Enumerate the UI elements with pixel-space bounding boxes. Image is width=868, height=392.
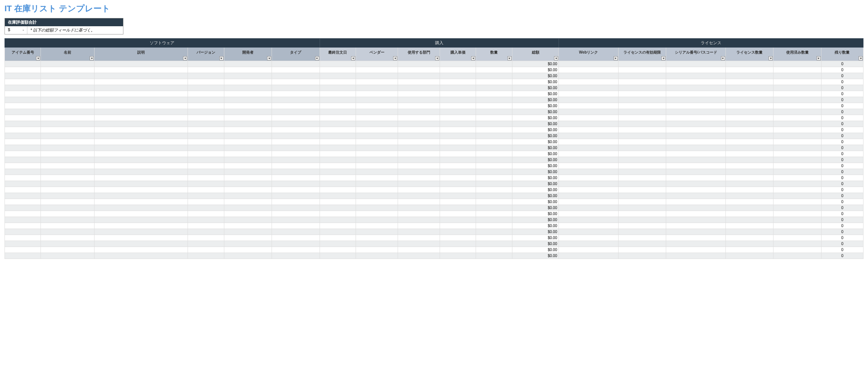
table-cell[interactable] <box>476 145 512 151</box>
table-cell[interactable] <box>666 151 726 157</box>
table-row[interactable]: $0.000 <box>5 241 863 247</box>
table-cell[interactable] <box>725 223 773 229</box>
table-cell[interactable]: $0.00 <box>512 157 559 163</box>
table-cell[interactable] <box>666 247 726 253</box>
table-cell[interactable] <box>398 151 440 157</box>
table-cell[interactable] <box>725 175 773 181</box>
table-cell[interactable] <box>95 103 188 109</box>
table-cell[interactable] <box>356 241 398 247</box>
table-cell[interactable] <box>440 193 476 199</box>
table-cell[interactable] <box>188 175 224 181</box>
table-cell[interactable] <box>5 61 41 67</box>
table-cell[interactable] <box>95 91 188 97</box>
table-cell[interactable] <box>725 163 773 169</box>
table-cell[interactable] <box>41 103 95 109</box>
table-cell[interactable] <box>773 133 821 139</box>
table-cell[interactable] <box>773 97 821 103</box>
table-cell[interactable] <box>773 175 821 181</box>
table-cell[interactable] <box>5 73 41 79</box>
table-cell[interactable] <box>95 241 188 247</box>
table-cell[interactable]: 0 <box>821 229 863 235</box>
table-cell[interactable] <box>398 247 440 253</box>
table-cell[interactable] <box>272 115 320 121</box>
table-cell[interactable]: $0.00 <box>512 217 559 223</box>
table-cell[interactable] <box>559 241 619 247</box>
table-cell[interactable] <box>41 157 95 163</box>
table-cell[interactable] <box>440 91 476 97</box>
table-row[interactable]: $0.000 <box>5 247 863 253</box>
table-cell[interactable] <box>5 211 41 217</box>
table-cell[interactable]: $0.00 <box>512 127 559 133</box>
table-cell[interactable] <box>440 253 476 259</box>
table-cell[interactable] <box>356 109 398 115</box>
table-cell[interactable] <box>356 205 398 211</box>
table-cell[interactable] <box>41 169 95 175</box>
table-cell[interactable] <box>320 205 356 211</box>
table-cell[interactable] <box>398 157 440 163</box>
table-cell[interactable] <box>666 217 726 223</box>
table-cell[interactable] <box>476 229 512 235</box>
table-cell[interactable] <box>440 217 476 223</box>
table-cell[interactable] <box>618 145 666 151</box>
table-cell[interactable] <box>618 163 666 169</box>
table-cell[interactable] <box>41 79 95 85</box>
table-row[interactable]: $0.000 <box>5 175 863 181</box>
table-cell[interactable] <box>773 169 821 175</box>
table-cell[interactable] <box>476 205 512 211</box>
table-cell[interactable] <box>95 199 188 205</box>
table-cell[interactable] <box>725 121 773 127</box>
table-cell[interactable]: $0.00 <box>512 253 559 259</box>
table-cell[interactable] <box>41 151 95 157</box>
col-name[interactable]: 名前 <box>41 48 95 61</box>
table-cell[interactable] <box>95 127 188 133</box>
table-row[interactable]: $0.000 <box>5 97 863 103</box>
table-cell[interactable] <box>224 79 272 85</box>
table-cell[interactable] <box>224 217 272 223</box>
table-cell[interactable] <box>559 97 619 103</box>
table-cell[interactable] <box>95 163 188 169</box>
table-cell[interactable] <box>559 229 619 235</box>
table-cell[interactable] <box>356 139 398 145</box>
table-cell[interactable]: 0 <box>821 67 863 73</box>
table-cell[interactable] <box>440 109 476 115</box>
table-cell[interactable] <box>618 67 666 73</box>
table-cell[interactable] <box>188 91 224 97</box>
table-cell[interactable] <box>559 121 619 127</box>
table-cell[interactable] <box>320 199 356 205</box>
table-row[interactable]: $0.000 <box>5 109 863 115</box>
table-cell[interactable] <box>356 115 398 121</box>
table-cell[interactable] <box>320 61 356 67</box>
table-cell[interactable]: 0 <box>821 193 863 199</box>
table-cell[interactable] <box>476 247 512 253</box>
table-cell[interactable] <box>320 91 356 97</box>
table-cell[interactable] <box>559 199 619 205</box>
table-cell[interactable] <box>188 235 224 241</box>
table-cell[interactable] <box>440 235 476 241</box>
table-cell[interactable] <box>41 199 95 205</box>
table-cell[interactable]: $0.00 <box>512 121 559 127</box>
table-cell[interactable] <box>398 91 440 97</box>
table-cell[interactable] <box>440 211 476 217</box>
table-cell[interactable] <box>356 169 398 175</box>
table-cell[interactable] <box>476 187 512 193</box>
table-cell[interactable] <box>272 109 320 115</box>
table-cell[interactable] <box>320 175 356 181</box>
table-cell[interactable] <box>559 235 619 241</box>
table-cell[interactable]: 0 <box>821 103 863 109</box>
table-cell[interactable] <box>666 175 726 181</box>
table-cell[interactable] <box>725 157 773 163</box>
table-cell[interactable] <box>272 91 320 97</box>
table-cell[interactable] <box>440 97 476 103</box>
table-cell[interactable] <box>356 127 398 133</box>
table-cell[interactable] <box>476 133 512 139</box>
table-cell[interactable] <box>666 169 726 175</box>
table-cell[interactable] <box>618 223 666 229</box>
table-row[interactable]: $0.000 <box>5 217 863 223</box>
table-cell[interactable]: $0.00 <box>512 151 559 157</box>
table-cell[interactable] <box>320 97 356 103</box>
table-cell[interactable] <box>398 199 440 205</box>
table-cell[interactable] <box>618 73 666 79</box>
table-cell[interactable] <box>666 127 726 133</box>
table-cell[interactable] <box>320 85 356 91</box>
table-cell[interactable] <box>773 157 821 163</box>
